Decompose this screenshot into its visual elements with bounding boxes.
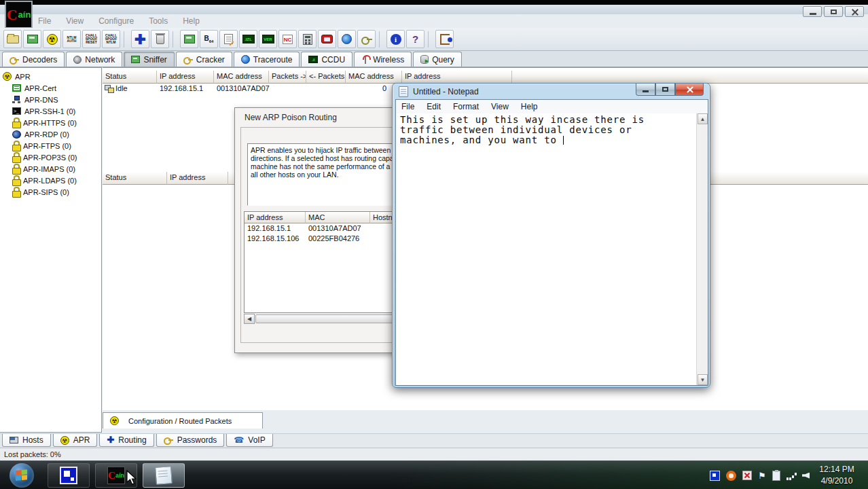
tab-ccdu[interactable]: .ilCCDU xyxy=(301,52,352,67)
start-apr-button[interactable] xyxy=(43,30,61,48)
status-bar: Lost packets: 0% xyxy=(0,448,868,460)
add-to-list-button[interactable] xyxy=(131,30,149,48)
note-wizard-button[interactable] xyxy=(219,30,238,48)
lcd-ver-icon: VER xyxy=(262,35,274,43)
tab-wireless[interactable]: Wireless xyxy=(354,52,412,67)
column-header[interactable]: MAC xyxy=(306,212,370,223)
tree-item-apr-ssh1[interactable]: APR-SSH-1 (0) xyxy=(0,105,101,117)
chall-spoof-reset-button[interactable]: CHALLSPOOFRESET xyxy=(82,30,101,48)
notepad-close-button[interactable] xyxy=(675,84,704,96)
menu-view[interactable]: View xyxy=(66,16,84,26)
menu-file[interactable]: File xyxy=(38,16,51,26)
tab-passwords[interactable]: Passwords xyxy=(156,434,225,447)
title-bar[interactable] xyxy=(0,5,868,14)
notepad-menu-help[interactable]: Help xyxy=(521,102,538,111)
wireless-scanner-button[interactable] xyxy=(338,30,356,48)
minimize-button[interactable] xyxy=(803,6,822,17)
cisco-config-button[interactable] xyxy=(318,30,336,48)
open-folder-button[interactable] xyxy=(3,30,22,48)
lcd-display-button[interactable]: .IZL xyxy=(239,30,257,48)
hash-calculator-button[interactable] xyxy=(180,30,198,48)
tab-routing[interactable]: Routing xyxy=(99,434,153,447)
column-header[interactable]: IP address xyxy=(157,71,214,84)
scroll-down-arrow[interactable]: ▼ xyxy=(698,374,708,385)
start-button[interactable] xyxy=(10,463,34,488)
tree-root-apr[interactable]: APR xyxy=(0,71,101,82)
notepad-menu-edit[interactable]: Edit xyxy=(427,102,441,111)
chall-spoof-ntlm-button[interactable]: CHALLSPOOFNTLM xyxy=(102,30,120,48)
tray-blue-app-icon[interactable] xyxy=(710,471,720,481)
tree-item-apr-rdp[interactable]: APR-RDP (0) xyxy=(0,128,101,140)
delete-button[interactable] xyxy=(151,30,169,48)
column-header[interactable]: <- Packets xyxy=(306,71,346,84)
dialog-title: New ARP Poison Routing xyxy=(245,113,337,122)
tree-item-apr-https[interactable]: APR-HTTPS (0) xyxy=(0,117,101,128)
action-center-flag-icon[interactable] xyxy=(758,471,766,480)
lcd-vernam-button[interactable]: VER xyxy=(259,30,277,48)
nc-editor-button[interactable]: NC xyxy=(278,30,297,48)
vertical-scrollbar[interactable]: ▲ ▼ xyxy=(696,113,708,385)
calculator-button[interactable] xyxy=(298,30,317,48)
tab-voip[interactable]: VoIP xyxy=(226,434,272,447)
menu-help[interactable]: Help xyxy=(183,16,200,26)
tree-item-apr-imaps[interactable]: APR-IMAPS (0) xyxy=(0,163,101,175)
taskbar-clock[interactable]: 12:14 PM 4/9/2010 xyxy=(811,464,863,487)
tray-error-icon[interactable] xyxy=(742,471,752,480)
notepad-window: Untitled - Notepad File Edit Format View… xyxy=(392,83,710,388)
column-header[interactable]: MAC address xyxy=(346,71,402,84)
scroll-left-arrow[interactable]: ◀ xyxy=(244,314,255,324)
tab-query[interactable]: Query xyxy=(413,52,462,67)
taskbar-app-notepad-button[interactable] xyxy=(143,463,185,488)
menu-configure[interactable]: Configure xyxy=(98,16,134,26)
tab-network[interactable]: Network xyxy=(66,52,122,67)
menu-bar: File View Configure Tools Help xyxy=(38,14,200,27)
tree-item-apr-ftps[interactable]: APR-FTPS (0) xyxy=(0,140,101,151)
tab-apr[interactable]: APR xyxy=(53,434,98,447)
tree-item-apr-sips[interactable]: APR-SIPS (0) xyxy=(0,186,101,198)
column-header-empty xyxy=(512,71,868,84)
taskbar-app-remote-button[interactable] xyxy=(48,463,90,488)
network-icon xyxy=(73,56,82,64)
column-header[interactable]: Status xyxy=(103,172,167,185)
exit-button[interactable] xyxy=(435,30,454,48)
column-header[interactable]: IP address xyxy=(167,172,228,185)
tab-decoders[interactable]: Decoders xyxy=(2,52,65,67)
notepad-menu-view[interactable]: View xyxy=(491,102,509,111)
tab-hosts[interactable]: Hosts xyxy=(2,434,51,447)
notepad-menu-file[interactable]: File xyxy=(401,102,414,111)
network-signal-icon[interactable] xyxy=(786,471,797,480)
menu-tools[interactable]: Tools xyxy=(149,16,168,26)
tab-traceroute[interactable]: Traceroute xyxy=(234,52,300,67)
notepad-minimize-button[interactable] xyxy=(636,84,655,96)
help-button[interactable]: ? xyxy=(406,30,424,48)
notepad-menu-format[interactable]: Format xyxy=(453,102,479,111)
volume-speaker-icon[interactable] xyxy=(802,473,810,479)
notepad-text-area[interactable]: This is set up this way incase there ist… xyxy=(396,113,696,385)
tab-sniffer[interactable]: Sniffer xyxy=(124,52,174,67)
host-ip: 192.168.15.1 xyxy=(245,223,306,234)
base64-button[interactable]: B64 xyxy=(200,30,218,48)
column-header[interactable]: MAC address xyxy=(214,71,269,84)
cain-logo-icon: Caín xyxy=(5,1,33,29)
tree-item-apr-ldaps[interactable]: APR-LDAPS (0) xyxy=(0,175,101,186)
ntlm-auth-button[interactable]: NTLMAUTH xyxy=(62,30,81,48)
tab-cracker[interactable]: Cracker xyxy=(176,52,232,67)
tree-item-apr-dns[interactable]: APR-DNS xyxy=(0,94,101,105)
restore-button[interactable] xyxy=(824,6,843,17)
windows-flag-icon xyxy=(16,469,28,482)
tab-configuration-routed-packets[interactable]: Configuration / Routed Packets xyxy=(103,412,263,429)
tray-clipboard-icon[interactable] xyxy=(772,471,780,481)
column-header[interactable]: IP address xyxy=(402,71,512,84)
column-header[interactable]: Status xyxy=(103,71,157,84)
column-header[interactable]: Packets -> xyxy=(269,71,306,84)
notepad-maximize-button[interactable] xyxy=(655,84,675,96)
close-button[interactable] xyxy=(845,6,864,17)
tree-item-apr-pop3s[interactable]: APR-POP3S (0) xyxy=(0,151,101,163)
key-search-button[interactable] xyxy=(357,30,376,48)
scroll-up-arrow[interactable]: ▲ xyxy=(698,113,708,124)
tree-item-apr-cert[interactable]: APR-Cert xyxy=(0,82,101,94)
info-button[interactable]: i xyxy=(386,30,405,48)
start-sniffer-button[interactable] xyxy=(23,30,41,48)
column-header[interactable]: IP address xyxy=(245,212,306,223)
tray-orange-app-icon[interactable] xyxy=(726,471,736,481)
